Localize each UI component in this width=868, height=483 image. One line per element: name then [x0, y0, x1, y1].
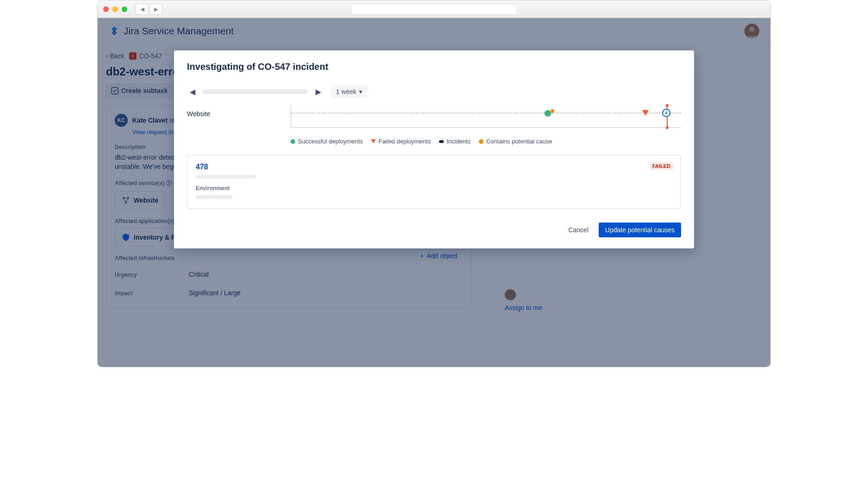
investigation-modal: Investigating of CO-547 incident ◀ ▶ 1 w… [174, 50, 694, 248]
timeline-dashed-line [291, 113, 681, 113]
titlebar: ◀ ▶ [98, 0, 770, 18]
chevron-down-icon: ▾ [359, 88, 362, 95]
minimize-window-icon[interactable] [112, 6, 118, 12]
timeline-track[interactable]: 4 [291, 105, 681, 128]
timeline-row: Website 4 [187, 105, 681, 128]
deployment-card[interactable]: 478 Environment FAILED [187, 155, 681, 209]
bar-icon [439, 140, 444, 143]
orange-dot-icon [479, 139, 484, 144]
potential-cause-dot[interactable] [551, 109, 554, 113]
update-potential-causes-button[interactable]: Update potential causes [599, 223, 681, 237]
timeline-prev-button[interactable]: ◀ [187, 86, 198, 97]
back-button[interactable]: ◀ [136, 4, 149, 15]
window-controls [103, 6, 127, 12]
legend-incidents: Incidents [439, 138, 471, 145]
incident-marker[interactable]: 4 [662, 109, 670, 117]
nav-arrows: ◀ ▶ [136, 4, 162, 15]
environment-label: Environment [196, 185, 672, 192]
green-dot-icon [291, 139, 295, 144]
failed-deployment-marker[interactable] [642, 110, 649, 116]
modal-actions: Cancel Update potential causes [187, 223, 681, 237]
timeline-legend: Successful deployments Failed deployment… [291, 138, 681, 145]
legend-successful: Successful deployments [291, 138, 363, 145]
red-triangle-icon [371, 139, 376, 143]
timeline-scrollbar[interactable] [203, 89, 308, 94]
environment-value-placeholder [196, 195, 233, 199]
range-select-label: 1 week [336, 88, 356, 95]
range-select[interactable]: 1 week ▾ [331, 85, 367, 98]
legend-failed: Failed deployments [371, 138, 431, 145]
close-window-icon[interactable] [103, 6, 109, 12]
deployment-id[interactable]: 478 [196, 163, 672, 171]
forward-button[interactable]: ▶ [149, 4, 162, 15]
successful-deployment-dot[interactable] [545, 110, 551, 117]
deployment-status-badge: FAILED [650, 162, 673, 170]
timeline-controls: ◀ ▶ 1 week ▾ [187, 85, 681, 98]
browser-window: ◀ ▶ Jira Service Management ‹ Back ! CO-… [97, 0, 771, 367]
legend-potential: Contains potential cause [479, 138, 552, 145]
deployment-subtitle-placeholder [196, 175, 256, 179]
maximize-window-icon[interactable] [122, 6, 127, 12]
url-bar[interactable] [351, 4, 517, 15]
modal-title: Investigating of CO-547 incident [187, 62, 681, 72]
timeline-service-label: Website [187, 105, 291, 118]
timeline-next-button[interactable]: ▶ [313, 86, 324, 97]
cancel-button[interactable]: Cancel [562, 223, 595, 237]
